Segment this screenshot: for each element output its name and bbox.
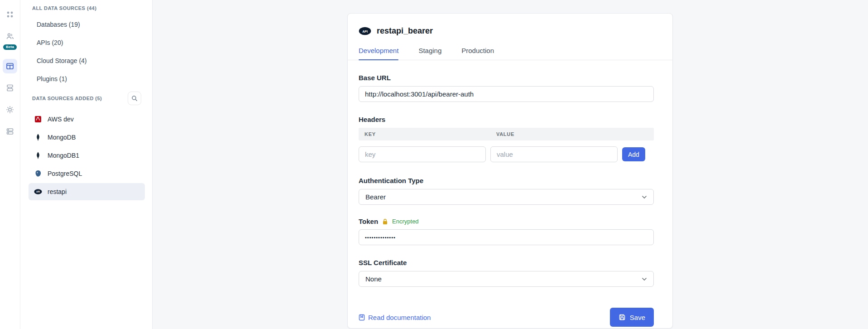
headers-table-header: KEY VALUE — [359, 128, 654, 140]
restapi-icon: API — [34, 188, 42, 196]
ssl-certificate-label: SSL Certificate — [359, 259, 654, 266]
datasource-config-card: API restapi_bearer Development Staging P… — [347, 13, 673, 329]
all-sources-header: ALL DATA SOURCES (44) — [20, 2, 152, 15]
sidebar-item-restapi[interactable]: API restapi — [29, 183, 145, 200]
source-label: MongoDB1 — [48, 152, 79, 159]
tab-production[interactable]: Production — [461, 47, 494, 60]
sidebar-item-postgresql[interactable]: PostgreSQL — [29, 165, 145, 182]
sidebar-item-plugins[interactable]: Plugins (1) — [20, 70, 152, 88]
workspace-users-nav-button[interactable] — [3, 29, 17, 44]
tab-staging[interactable]: Staging — [418, 47, 441, 60]
mongodb-icon — [34, 133, 42, 141]
settings-nav-button[interactable] — [3, 102, 17, 117]
audit-nav-button[interactable] — [3, 124, 17, 139]
main-area: API restapi_bearer Development Staging P… — [153, 0, 868, 329]
read-documentation-link[interactable]: Read documentation — [359, 314, 431, 321]
postgresql-icon — [34, 169, 42, 178]
search-icon — [131, 95, 138, 102]
add-header-button[interactable]: Add — [622, 147, 645, 161]
source-label: MongoDB — [48, 134, 76, 141]
datasource-icon — [6, 62, 14, 70]
header-value-input[interactable] — [490, 146, 618, 162]
svg-text:API: API — [36, 191, 40, 193]
server-icon — [6, 127, 14, 135]
sidebar-item-aws-dev[interactable]: AWS dev — [29, 111, 145, 128]
ssl-certificate-value: None — [365, 275, 382, 283]
sidebar-item-mongodb[interactable]: MongoDB — [29, 129, 145, 146]
chevron-down-icon — [642, 277, 647, 281]
search-button[interactable] — [128, 92, 141, 105]
sidebar-item-cloud-storage[interactable]: Cloud Storage (4) — [20, 52, 152, 70]
base-url-label: Base URL — [359, 74, 654, 82]
card-header: API restapi_bearer — [348, 14, 672, 36]
card-footer: Read documentation Save — [359, 308, 654, 327]
header-key-input[interactable] — [359, 146, 486, 162]
layers-nav-button[interactable] — [3, 81, 17, 95]
save-button[interactable]: Save — [610, 308, 654, 327]
token-label: Token — [359, 218, 378, 225]
restapi-icon: API — [359, 27, 371, 35]
headers-label: Headers — [359, 116, 654, 123]
key-column-header: KEY — [359, 131, 490, 137]
source-label: AWS dev — [48, 116, 74, 123]
gear-icon — [6, 106, 14, 114]
read-documentation-label: Read documentation — [368, 314, 431, 321]
encrypted-badge: Encrypted — [392, 218, 419, 225]
page-title: restapi_bearer — [377, 26, 433, 36]
data-sources-nav-button[interactable] — [3, 59, 17, 73]
token-input[interactable] — [359, 229, 654, 245]
beta-badge: Beta — [3, 44, 17, 50]
value-column-header: VALUE — [490, 131, 514, 137]
users-icon — [6, 32, 14, 40]
header-entry-row: Add — [359, 146, 654, 162]
documentation-icon — [359, 314, 365, 321]
grid-icon — [6, 10, 14, 19]
chevron-down-icon — [642, 195, 647, 199]
svg-text:API: API — [362, 30, 368, 33]
tab-development[interactable]: Development — [359, 47, 398, 60]
save-button-label: Save — [630, 314, 645, 321]
datasource-sidebar: ALL DATA SOURCES (44) Databases (19) API… — [20, 0, 153, 329]
auth-type-label: Authentication Type — [359, 177, 654, 184]
apps-nav-button[interactable] — [3, 7, 17, 22]
auth-type-value: Bearer — [365, 193, 386, 201]
sidebar-item-apis[interactable]: APIs (20) — [20, 34, 152, 52]
environment-tabs: Development Staging Production — [348, 47, 672, 60]
source-label: PostgreSQL — [48, 170, 82, 177]
ssl-certificate-select[interactable]: None — [359, 271, 654, 287]
auth-type-select[interactable]: Bearer — [359, 189, 654, 205]
token-label-row: Token Encrypted — [359, 218, 654, 225]
mongodb-icon — [34, 151, 42, 160]
layers-icon — [6, 84, 14, 92]
aws-icon — [34, 115, 42, 123]
icon-rail: Beta — [0, 0, 20, 329]
save-icon — [619, 314, 626, 321]
base-url-input[interactable] — [359, 86, 654, 102]
added-sources-header: DATA SOURCES ADDED (5) — [20, 88, 152, 110]
sidebar-item-mongodb1[interactable]: MongoDB1 — [29, 147, 145, 164]
lock-icon — [382, 218, 388, 225]
source-label: restapi — [48, 188, 67, 195]
config-form: Base URL Headers KEY VALUE Add Authentic… — [348, 60, 672, 327]
sidebar-item-databases[interactable]: Databases (19) — [20, 15, 152, 34]
